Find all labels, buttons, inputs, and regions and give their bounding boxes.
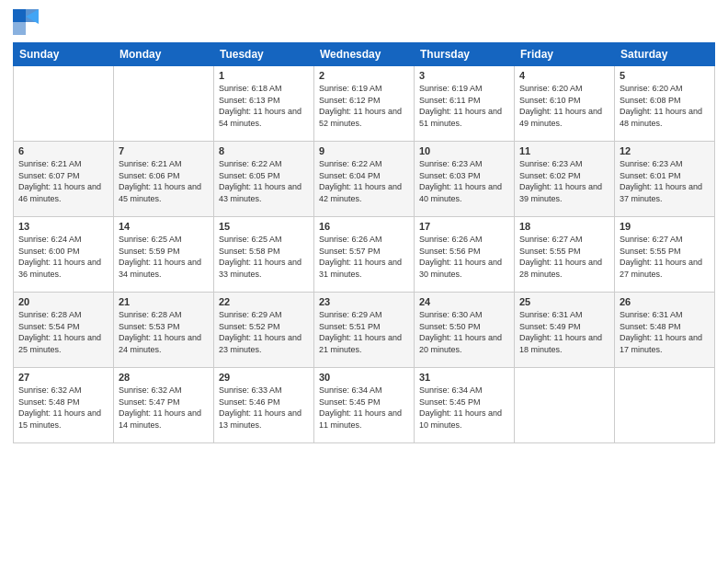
day-number: 30 (319, 372, 409, 383)
cell-info: Sunrise: 6:34 AMSunset: 5:45 PMDaylight:… (419, 385, 502, 430)
cell-info: Sunrise: 6:19 AMSunset: 6:11 PMDaylight:… (419, 84, 502, 128)
cell-info: Sunrise: 6:26 AMSunset: 5:56 PMDaylight:… (419, 235, 502, 279)
day-number: 3 (419, 70, 509, 81)
cell-info: Sunrise: 6:23 AMSunset: 6:03 PMDaylight:… (419, 159, 502, 203)
cell-info: Sunrise: 6:21 AMSunset: 6:06 PMDaylight:… (119, 159, 201, 203)
day-number: 8 (219, 145, 309, 156)
calendar-week-row: 20Sunrise: 6:28 AMSunset: 5:54 PMDayligh… (14, 293, 715, 368)
svg-rect-2 (13, 22, 26, 35)
calendar-week-row: 27Sunrise: 6:32 AMSunset: 5:48 PMDayligh… (14, 368, 715, 443)
calendar-cell: 21Sunrise: 6:28 AMSunset: 5:53 PMDayligh… (114, 293, 214, 368)
cell-info: Sunrise: 6:23 AMSunset: 6:01 PMDaylight:… (620, 159, 702, 203)
day-number: 10 (419, 145, 509, 156)
day-number: 28 (119, 372, 209, 383)
day-number: 6 (18, 145, 108, 156)
calendar-table: SundayMondayTuesdayWednesdayThursdayFrid… (13, 42, 715, 443)
calendar-cell: 9Sunrise: 6:22 AMSunset: 6:04 PMDaylight… (314, 142, 415, 217)
cell-info: Sunrise: 6:27 AMSunset: 5:55 PMDaylight:… (519, 235, 602, 279)
calendar-week-row: 13Sunrise: 6:24 AMSunset: 6:00 PMDayligh… (14, 217, 715, 293)
calendar-cell: 2Sunrise: 6:19 AMSunset: 6:12 PMDaylight… (314, 66, 415, 142)
day-number: 4 (519, 70, 609, 81)
cell-info: Sunrise: 6:22 AMSunset: 6:05 PMDaylight:… (219, 159, 301, 203)
day-number: 29 (219, 372, 309, 383)
weekday-header-cell: Sunday (14, 43, 114, 66)
day-number: 15 (219, 221, 309, 232)
day-number: 5 (620, 70, 710, 81)
cell-info: Sunrise: 6:26 AMSunset: 5:57 PMDaylight:… (319, 235, 402, 279)
calendar-cell: 13Sunrise: 6:24 AMSunset: 6:00 PMDayligh… (14, 217, 114, 293)
day-number: 1 (219, 70, 309, 81)
cell-info: Sunrise: 6:27 AMSunset: 5:55 PMDaylight:… (620, 235, 702, 279)
calendar-cell: 12Sunrise: 6:23 AMSunset: 6:01 PMDayligh… (615, 142, 715, 217)
cell-info: Sunrise: 6:24 AMSunset: 6:00 PMDaylight:… (18, 235, 101, 279)
cell-info: Sunrise: 6:21 AMSunset: 6:07 PMDaylight:… (18, 159, 101, 203)
cell-info: Sunrise: 6:30 AMSunset: 5:50 PMDaylight:… (419, 310, 502, 354)
weekday-header-cell: Wednesday (314, 43, 415, 66)
weekday-header-cell: Monday (114, 43, 214, 66)
cell-info: Sunrise: 6:29 AMSunset: 5:52 PMDaylight:… (219, 310, 301, 354)
calendar-cell (114, 66, 214, 142)
day-number: 12 (620, 145, 710, 156)
calendar-cell: 31Sunrise: 6:34 AMSunset: 5:45 PMDayligh… (415, 368, 515, 443)
calendar-cell: 17Sunrise: 6:26 AMSunset: 5:56 PMDayligh… (415, 217, 515, 293)
calendar-cell: 11Sunrise: 6:23 AMSunset: 6:02 PMDayligh… (515, 142, 615, 217)
calendar-cell: 24Sunrise: 6:30 AMSunset: 5:50 PMDayligh… (415, 293, 515, 368)
cell-info: Sunrise: 6:32 AMSunset: 5:48 PMDaylight:… (18, 385, 101, 430)
calendar-cell: 6Sunrise: 6:21 AMSunset: 6:07 PMDaylight… (14, 142, 114, 217)
calendar-cell: 8Sunrise: 6:22 AMSunset: 6:05 PMDaylight… (214, 142, 314, 217)
day-number: 13 (18, 221, 108, 232)
weekday-header-cell: Tuesday (214, 43, 314, 66)
day-number: 22 (219, 296, 309, 307)
cell-info: Sunrise: 6:33 AMSunset: 5:46 PMDaylight:… (219, 385, 301, 430)
calendar-cell: 19Sunrise: 6:27 AMSunset: 5:55 PMDayligh… (615, 217, 715, 293)
day-number: 25 (519, 296, 609, 307)
cell-info: Sunrise: 6:31 AMSunset: 5:48 PMDaylight:… (620, 310, 702, 354)
day-number: 20 (18, 296, 108, 307)
calendar-cell: 15Sunrise: 6:25 AMSunset: 5:58 PMDayligh… (214, 217, 314, 293)
calendar-cell: 27Sunrise: 6:32 AMSunset: 5:48 PMDayligh… (14, 368, 114, 443)
cell-info: Sunrise: 6:23 AMSunset: 6:02 PMDaylight:… (519, 159, 602, 203)
calendar-cell: 4Sunrise: 6:20 AMSunset: 6:10 PMDaylight… (515, 66, 615, 142)
calendar-cell: 23Sunrise: 6:29 AMSunset: 5:51 PMDayligh… (314, 293, 415, 368)
calendar-cell: 1Sunrise: 6:18 AMSunset: 6:13 PMDaylight… (214, 66, 314, 142)
calendar-page: SundayMondayTuesdayWednesdayThursdayFrid… (0, 0, 728, 563)
calendar-cell: 25Sunrise: 6:31 AMSunset: 5:49 PMDayligh… (515, 293, 615, 368)
cell-info: Sunrise: 6:34 AMSunset: 5:45 PMDaylight:… (319, 385, 402, 430)
calendar-cell: 14Sunrise: 6:25 AMSunset: 5:59 PMDayligh… (114, 217, 214, 293)
calendar-cell: 5Sunrise: 6:20 AMSunset: 6:08 PMDaylight… (615, 66, 715, 142)
cell-info: Sunrise: 6:32 AMSunset: 5:47 PMDaylight:… (119, 385, 201, 430)
calendar-cell (615, 368, 715, 443)
calendar-cell: 26Sunrise: 6:31 AMSunset: 5:48 PMDayligh… (615, 293, 715, 368)
day-number: 2 (319, 70, 409, 81)
calendar-cell: 7Sunrise: 6:21 AMSunset: 6:06 PMDaylight… (114, 142, 214, 217)
cell-info: Sunrise: 6:25 AMSunset: 5:58 PMDaylight:… (219, 235, 301, 279)
calendar-body: 1Sunrise: 6:18 AMSunset: 6:13 PMDaylight… (14, 66, 715, 443)
day-number: 16 (319, 221, 409, 232)
calendar-cell: 29Sunrise: 6:33 AMSunset: 5:46 PMDayligh… (214, 368, 314, 443)
calendar-cell: 22Sunrise: 6:29 AMSunset: 5:52 PMDayligh… (214, 293, 314, 368)
svg-rect-0 (13, 9, 26, 22)
cell-info: Sunrise: 6:19 AMSunset: 6:12 PMDaylight:… (319, 84, 402, 128)
day-number: 7 (119, 145, 209, 156)
cell-info: Sunrise: 6:31 AMSunset: 5:49 PMDaylight:… (519, 310, 602, 354)
day-number: 24 (419, 296, 509, 307)
calendar-cell: 30Sunrise: 6:34 AMSunset: 5:45 PMDayligh… (314, 368, 415, 443)
calendar-cell: 20Sunrise: 6:28 AMSunset: 5:54 PMDayligh… (14, 293, 114, 368)
cell-info: Sunrise: 6:20 AMSunset: 6:08 PMDaylight:… (620, 84, 702, 128)
calendar-cell: 28Sunrise: 6:32 AMSunset: 5:47 PMDayligh… (114, 368, 214, 443)
day-number: 17 (419, 221, 509, 232)
cell-info: Sunrise: 6:25 AMSunset: 5:59 PMDaylight:… (119, 235, 201, 279)
day-number: 31 (419, 372, 509, 383)
day-number: 9 (319, 145, 409, 156)
cell-info: Sunrise: 6:28 AMSunset: 5:53 PMDaylight:… (119, 310, 201, 354)
cell-info: Sunrise: 6:29 AMSunset: 5:51 PMDaylight:… (319, 310, 402, 354)
day-number: 11 (519, 145, 609, 156)
day-number: 19 (620, 221, 710, 232)
day-number: 21 (119, 296, 209, 307)
calendar-cell: 18Sunrise: 6:27 AMSunset: 5:55 PMDayligh… (515, 217, 615, 293)
day-number: 14 (119, 221, 209, 232)
cell-info: Sunrise: 6:22 AMSunset: 6:04 PMDaylight:… (319, 159, 402, 203)
weekday-header-cell: Saturday (615, 43, 715, 66)
weekday-header-cell: Thursday (415, 43, 515, 66)
calendar-week-row: 6Sunrise: 6:21 AMSunset: 6:07 PMDaylight… (14, 142, 715, 217)
